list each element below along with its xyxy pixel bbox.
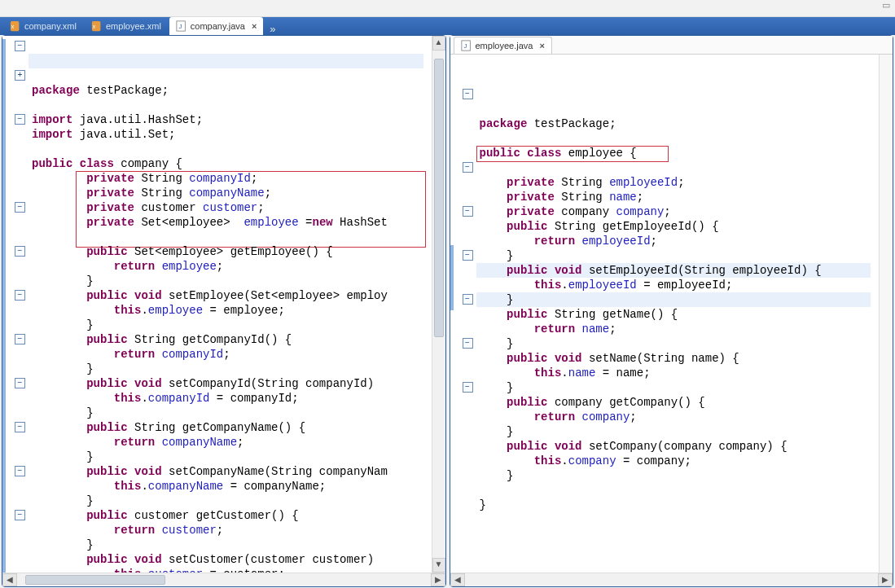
- tab-company-xml[interactable]: x company.xml: [3, 17, 83, 35]
- svg-text:x: x: [11, 24, 15, 29]
- tab-label: company.xml: [24, 21, 77, 31]
- code-area-right[interactable]: package testPackage; public class employ…: [476, 55, 880, 573]
- editor-left[interactable]: − + − − − − − − − − − package testPackag…: [2, 36, 445, 573]
- fold-toggle[interactable]: −: [463, 206, 473, 217]
- fold-toggle[interactable]: −: [463, 89, 473, 99]
- scroll-right-icon[interactable]: ▶: [878, 573, 893, 586]
- horizontal-scrollbar[interactable]: ◀ ▶: [450, 573, 893, 586]
- split-editor: − + − − − − − − − − − package testPackag…: [0, 35, 895, 588]
- svg-text:J: J: [178, 23, 182, 30]
- window-toolbar: ▭: [0, 0, 895, 17]
- tab-label: company.java: [191, 21, 245, 31]
- fold-toggle[interactable]: −: [15, 246, 25, 257]
- xml-file-icon: x: [91, 20, 103, 32]
- scroll-right-icon[interactable]: ▶: [431, 573, 445, 586]
- restore-view-icon[interactable]: ▭: [882, 0, 890, 16]
- fold-toggle[interactable]: −: [15, 422, 25, 432]
- scroll-left-icon[interactable]: ◀: [450, 573, 465, 586]
- fold-toggle[interactable]: −: [15, 290, 25, 301]
- java-file-icon: J: [461, 40, 472, 51]
- java-file-icon: J: [176, 20, 187, 32]
- fold-toggle[interactable]: −: [15, 202, 25, 213]
- vertical-scrollbar[interactable]: ▲ ▼: [432, 36, 445, 573]
- marker-gutter: [450, 55, 460, 573]
- scroll-up-icon[interactable]: ▲: [432, 36, 445, 50]
- vertical-scrollbar[interactable]: [879, 55, 893, 573]
- fold-toggle[interactable]: −: [463, 162, 473, 173]
- svg-text:x: x: [93, 24, 96, 29]
- tab-label: employee.java: [476, 41, 533, 50]
- fold-toggle[interactable]: −: [15, 114, 25, 125]
- horizontal-scrollbar[interactable]: ◀ ▶: [2, 573, 445, 586]
- fold-toggle[interactable]: −: [15, 334, 25, 344]
- scroll-left-icon[interactable]: ◀: [2, 573, 17, 586]
- fold-toggle[interactable]: −: [15, 41, 25, 51]
- scroll-thumb[interactable]: [25, 575, 165, 585]
- fold-toggle[interactable]: −: [463, 382, 473, 393]
- ide-window: ▭ x company.xml x employee.xml J company…: [0, 0, 895, 588]
- fold-toggle[interactable]: −: [15, 378, 25, 388]
- fold-gutter: − − − − − − −: [460, 55, 476, 573]
- marker-gutter: [2, 36, 12, 573]
- editor-pane-right: J employee.java × − − − − − −: [450, 35, 894, 587]
- editor-tab-bar-right: J employee.java ×: [450, 36, 893, 55]
- tab-employee-java[interactable]: J employee.java ×: [454, 37, 552, 54]
- editor-right[interactable]: − − − − − − − package testPackage; publi…: [450, 55, 893, 573]
- tab-label: employee.xml: [106, 21, 161, 31]
- scroll-down-icon[interactable]: ▼: [432, 558, 445, 573]
- fold-toggle[interactable]: −: [15, 466, 25, 476]
- fold-toggle[interactable]: −: [463, 338, 473, 349]
- fold-toggle[interactable]: +: [15, 70, 25, 81]
- close-icon[interactable]: ×: [539, 41, 544, 50]
- editor-pane-left: − + − − − − − − − − − package testPackag…: [2, 35, 446, 587]
- fold-toggle[interactable]: −: [463, 294, 473, 305]
- tab-employee-xml[interactable]: x employee.xml: [85, 17, 168, 35]
- fold-toggle[interactable]: −: [15, 510, 25, 520]
- tab-company-java[interactable]: J company.java ×: [169, 17, 264, 35]
- svg-text:J: J: [463, 42, 467, 50]
- xml-file-icon: x: [10, 20, 21, 32]
- close-icon[interactable]: ×: [252, 21, 257, 31]
- fold-gutter: − + − − − − − − − − −: [12, 36, 29, 573]
- code-area-left[interactable]: package testPackage; import java.util.Ha…: [29, 36, 432, 573]
- tab-overflow-button[interactable]: »: [265, 23, 280, 35]
- editor-tab-bar: x company.xml x employee.xml J company.j…: [0, 17, 895, 35]
- scroll-thumb[interactable]: [434, 59, 444, 337]
- fold-toggle[interactable]: −: [463, 250, 473, 261]
